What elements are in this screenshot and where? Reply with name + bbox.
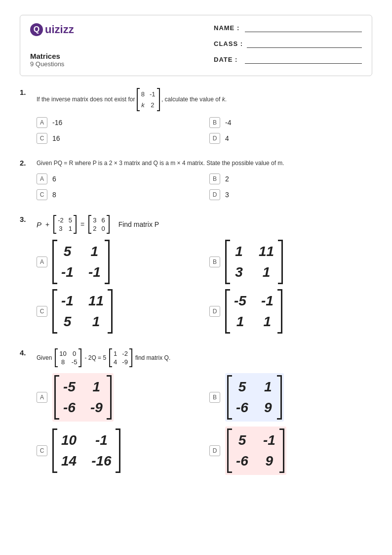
option-1c: C 16 bbox=[37, 133, 199, 144]
option-3c-letter: C bbox=[37, 306, 47, 317]
option-4c-letter: C bbox=[37, 445, 47, 456]
option-3b: B 111 31 bbox=[209, 240, 372, 284]
option-4d: D 5-1 -69 bbox=[209, 427, 372, 475]
question-3-options: A 51 -1-1 B 111 31 bbox=[37, 240, 372, 334]
option-1c-letter: C bbox=[37, 133, 47, 144]
option-2c: C 8 bbox=[37, 189, 199, 200]
logo-area: Q uizizz Matrices 9 Questions bbox=[30, 23, 74, 68]
class-label: CLASS : bbox=[214, 40, 243, 47]
option-4c: C 10-1 14-16 bbox=[37, 427, 199, 475]
option-2a-value: 6 bbox=[52, 175, 56, 183]
question-2-text: Given PQ = R where P is a 2 × 3 matrix a… bbox=[37, 159, 284, 168]
q3-matrix-left: -25 31 bbox=[53, 215, 77, 234]
option-1b: B -4 bbox=[209, 117, 372, 128]
option-1a: A -16 bbox=[37, 117, 199, 128]
question-3-find-label: Find matrix P bbox=[118, 220, 159, 228]
question-1-text: If the inverse matrix does not exist for… bbox=[37, 88, 227, 111]
option-1b-letter: B bbox=[209, 117, 220, 128]
question-4-header: 4. Given 100 8-5 - 2Q = 5 1-2 4-9 bbox=[20, 348, 372, 367]
question-2-options: A 6 B 2 C 8 D 3 bbox=[37, 173, 372, 200]
question-1-number: 1. bbox=[20, 88, 32, 96]
option-2d-value: 3 bbox=[225, 191, 229, 199]
option-4a: A -51 -6-9 bbox=[37, 373, 199, 422]
option-3b-letter: B bbox=[209, 256, 220, 267]
q3-matrix-right: 36 20 bbox=[88, 215, 109, 234]
option-3d: D -5-1 11 bbox=[209, 289, 372, 334]
option-1a-value: -16 bbox=[52, 119, 62, 127]
option-2a-letter: A bbox=[37, 173, 47, 184]
fields-area: NAME : CLASS : DATE : bbox=[214, 23, 362, 64]
option-1b-value: -4 bbox=[225, 119, 231, 127]
class-line bbox=[247, 39, 362, 48]
logo-q-icon: Q bbox=[30, 23, 43, 36]
option-1a-letter: A bbox=[37, 117, 47, 128]
option-3a: A 51 -1-1 bbox=[37, 240, 199, 284]
option-2d-letter: D bbox=[209, 189, 220, 200]
quiz-questions: 9 Questions bbox=[30, 60, 74, 68]
option-3c: C -111 51 bbox=[37, 289, 199, 334]
question-4-number: 4. bbox=[20, 348, 32, 357]
option-4d-matrix: 5-1 -69 bbox=[225, 427, 286, 475]
header-box: Q uizizz Matrices 9 Questions NAME : CLA… bbox=[20, 15, 372, 76]
date-label: DATE : bbox=[214, 56, 241, 63]
question-1: 1. If the inverse matrix does not exist … bbox=[20, 88, 372, 144]
option-1c-value: 16 bbox=[52, 134, 60, 142]
option-4b-matrix: 51 -69 bbox=[225, 373, 284, 422]
option-2a: A 6 bbox=[37, 173, 199, 184]
question-4-find-label: find matrix Q. bbox=[135, 354, 170, 361]
option-2b: B 2 bbox=[209, 173, 372, 184]
option-2b-letter: B bbox=[209, 173, 220, 184]
logo-text: uizizz bbox=[45, 23, 74, 36]
option-3d-matrix: -5-1 11 bbox=[225, 289, 282, 334]
option-2d: D 3 bbox=[209, 189, 372, 200]
name-field-row: NAME : bbox=[214, 23, 362, 32]
option-4b: B 51 -69 bbox=[209, 373, 372, 422]
option-1d: D 4 bbox=[209, 133, 372, 144]
option-3a-matrix: 51 -1-1 bbox=[52, 240, 110, 284]
option-3d-letter: D bbox=[209, 306, 220, 317]
q4-matrix1: 100 8-5 bbox=[55, 348, 81, 367]
date-field-row: DATE : bbox=[214, 55, 362, 64]
option-4b-letter: B bbox=[209, 392, 220, 403]
option-3c-matrix: -111 51 bbox=[52, 289, 113, 334]
question-2-header: 2. Given PQ = R where P is a 2 × 3 matri… bbox=[20, 159, 372, 168]
name-line bbox=[245, 23, 362, 32]
option-1d-letter: D bbox=[209, 133, 220, 144]
question-3: 3. P + -25 31 = 36 bbox=[20, 215, 372, 334]
question-3-number: 3. bbox=[20, 215, 32, 223]
option-4a-letter: A bbox=[37, 392, 47, 403]
question-2: 2. Given PQ = R where P is a 2 × 3 matri… bbox=[20, 159, 372, 200]
question-4: 4. Given 100 8-5 - 2Q = 5 1-2 4-9 bbox=[20, 348, 372, 475]
option-2c-value: 8 bbox=[52, 191, 56, 199]
question-1-header: 1. If the inverse matrix does not exist … bbox=[20, 88, 372, 111]
option-4c-matrix: 10-1 14-16 bbox=[52, 428, 120, 473]
option-2c-letter: C bbox=[37, 189, 47, 200]
name-label: NAME : bbox=[214, 24, 241, 32]
question-2-number: 2. bbox=[20, 159, 32, 167]
option-2b-value: 2 bbox=[225, 175, 229, 183]
option-4d-letter: D bbox=[209, 445, 220, 456]
class-field-row: CLASS : bbox=[214, 39, 362, 48]
question-3-header: 3. P + -25 31 = 36 bbox=[20, 215, 372, 234]
date-line bbox=[245, 55, 362, 64]
question-1-options: A -16 B -4 C 16 D 4 bbox=[37, 117, 372, 144]
q1-matrix: 8-1 k2 bbox=[137, 88, 160, 111]
q4-matrix2: 1-2 4-9 bbox=[109, 348, 132, 367]
quizizz-logo: Q uizizz bbox=[30, 23, 74, 36]
option-1d-value: 4 bbox=[225, 134, 229, 142]
question-4-options: A -51 -6-9 B 51 -69 bbox=[37, 373, 372, 475]
quiz-title: Matrices bbox=[30, 52, 74, 60]
option-4a-matrix: -51 -6-9 bbox=[52, 373, 114, 422]
option-3b-matrix: 111 31 bbox=[225, 240, 283, 284]
option-3a-letter: A bbox=[37, 256, 47, 267]
